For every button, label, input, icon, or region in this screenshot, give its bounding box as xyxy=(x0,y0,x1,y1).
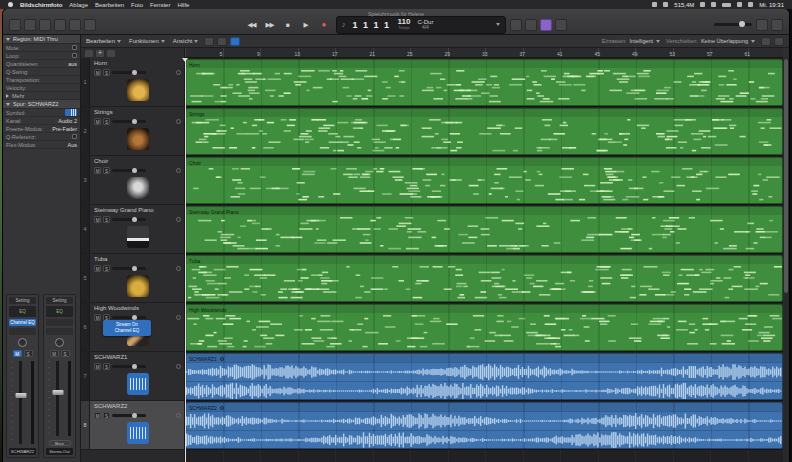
tuner-icon[interactable] xyxy=(525,19,537,31)
inspector-row-q-swing-[interactable]: Q-Swing: xyxy=(3,68,80,76)
track-volume-slider[interactable] xyxy=(112,267,146,270)
master-volume-slider[interactable] xyxy=(714,23,752,26)
metronome-icon[interactable] xyxy=(555,19,567,31)
inspector-row-velocity-[interactable]: Velocity: xyxy=(3,84,80,92)
pencil-tool-icon[interactable] xyxy=(217,37,227,46)
track-volume-slider[interactable] xyxy=(112,316,146,319)
inspector-row-quantisieren-[interactable]: Quantisieren:aus xyxy=(3,60,80,68)
eq-thumbnail[interactable]: EQ xyxy=(9,306,36,317)
track-lane-schwarz1[interactable]: SCHWARZ1 xyxy=(185,352,783,401)
slider-knob[interactable] xyxy=(132,217,137,222)
lcd-time-signature[interactable]: 4/4 xyxy=(422,25,429,30)
track-volume-slider[interactable] xyxy=(112,365,146,368)
pan-knob[interactable] xyxy=(18,338,27,347)
rewind-button[interactable]: ◀◀ xyxy=(244,18,260,32)
menu-ablage[interactable]: Ablage xyxy=(69,2,88,8)
slider-knob[interactable] xyxy=(132,364,137,369)
lcd-display[interactable]: ♪ 1 1 1 1 110 Tempo C-Dur 4/4 xyxy=(336,16,506,34)
lcd-position[interactable]: 1 1 1 1 xyxy=(353,20,391,30)
menu-fenster[interactable]: Fenster xyxy=(150,2,170,8)
track-solo-button[interactable]: S xyxy=(103,363,110,370)
track-mute-button[interactable]: M xyxy=(94,167,101,174)
checkbox[interactable] xyxy=(72,134,77,139)
setting-slot[interactable]: Setting xyxy=(46,297,73,304)
menu-hilfe[interactable]: Hilfe xyxy=(177,2,189,8)
timeline-ruler[interactable]: 5913172125293337414549535761 xyxy=(185,48,783,58)
playhead[interactable] xyxy=(185,58,186,462)
lcd-dropdown-icon[interactable] xyxy=(496,23,500,26)
track-solo-button[interactable]: S xyxy=(103,412,110,419)
list-editors-icon[interactable] xyxy=(756,19,768,31)
track-lane-schwarz2[interactable]: SCHWARZ2 xyxy=(185,401,783,450)
menubar-app-name[interactable]: Bildschirmfoto xyxy=(20,2,62,8)
scrollbar-thumb[interactable] xyxy=(784,59,788,293)
bounce-button[interactable]: Bnce xyxy=(49,440,71,446)
record-enable-button[interactable] xyxy=(176,266,181,271)
drag-mode-button[interactable]: Verschieben: Keine Überlappung xyxy=(666,38,755,44)
inspector-row-transposition-[interactable]: Transposition: xyxy=(3,76,80,84)
snap-mode-button[interactable]: Einrasten: Intelligent xyxy=(602,38,660,44)
editors-icon[interactable] xyxy=(69,19,81,31)
solo-button[interactable]: S xyxy=(61,350,70,357)
track-mute-button[interactable]: M xyxy=(94,363,101,370)
inspector-row-mute-[interactable]: Mute: xyxy=(3,44,80,52)
vertical-scrollbar[interactable] xyxy=(783,58,789,462)
lcd-tempo[interactable]: 110 xyxy=(398,18,411,26)
vertical-zoom-icon[interactable] xyxy=(774,37,784,46)
track-lane-horn[interactable]: Horn xyxy=(185,58,783,107)
record-enable-button[interactable] xyxy=(176,364,181,369)
track-mute-button[interactable]: M xyxy=(94,412,101,419)
track-symbol-icon[interactable] xyxy=(65,109,77,116)
display-icon[interactable] xyxy=(652,2,657,7)
track-header-steinway-grand-piano[interactable]: 4Steinway Grand PianoMS xyxy=(81,205,184,254)
count-in-icon[interactable] xyxy=(540,19,552,31)
pointer-tool-icon[interactable] xyxy=(204,37,214,46)
volume-knob[interactable] xyxy=(739,21,745,27)
track-lane-strings[interactable]: Strings xyxy=(185,107,783,156)
midi-region-high-woodwinds[interactable]: High Woodwinds xyxy=(185,304,783,351)
menu-button-bearbeiten[interactable]: Bearbeiten xyxy=(86,38,121,44)
track-lane-steinway-grand-piano[interactable]: Steinway Grand Piano xyxy=(185,205,783,254)
record-enable-button[interactable] xyxy=(176,217,181,222)
menu-button-ansicht[interactable]: Ansicht xyxy=(173,38,199,44)
slider-knob[interactable] xyxy=(132,168,137,173)
empty-insert-slot[interactable] xyxy=(46,328,73,335)
smart-controls-icon[interactable] xyxy=(84,19,96,31)
track-volume-slider[interactable] xyxy=(112,71,146,74)
track-lane-high-woodwinds[interactable]: High Woodwinds xyxy=(185,303,783,352)
volume-fader[interactable] xyxy=(51,361,64,436)
control-center-icon[interactable] xyxy=(748,2,753,7)
inspector-icon[interactable] xyxy=(39,19,51,31)
record-button[interactable]: ● xyxy=(316,18,332,32)
battery-icon[interactable] xyxy=(722,3,731,7)
cycle-icon[interactable] xyxy=(510,19,522,31)
track-lane-choir[interactable]: Choir xyxy=(185,156,783,205)
track-solo-button[interactable]: S xyxy=(103,216,110,223)
bluetooth-icon[interactable] xyxy=(700,2,705,7)
forward-button[interactable]: ▶▶ xyxy=(262,18,278,32)
midi-region-steinway-grand-piano[interactable]: Steinway Grand Piano xyxy=(185,206,783,253)
track-mute-button[interactable]: M xyxy=(94,118,101,125)
play-button[interactable]: ▶ xyxy=(298,18,314,32)
screen-mode-icon[interactable] xyxy=(9,19,21,31)
eq-thumbnail[interactable]: EQ xyxy=(46,306,73,317)
track-solo-button[interactable]: S xyxy=(103,265,110,272)
track-lane-tuba[interactable]: Tuba xyxy=(185,254,783,303)
empty-insert-slot[interactable] xyxy=(46,319,73,326)
fader-knob[interactable] xyxy=(52,390,63,395)
control-bar-config-icon[interactable] xyxy=(771,19,783,31)
fader-knob[interactable] xyxy=(15,393,26,398)
more-disclosure[interactable]: Mehr xyxy=(3,92,80,100)
menu-button-funktionen[interactable]: Funktionen xyxy=(129,38,165,44)
midi-region-tuba[interactable]: Tuba xyxy=(185,255,783,302)
midi-region-horn[interactable]: Horn xyxy=(185,59,783,106)
track-header-strings[interactable]: 2StringsMS xyxy=(81,107,184,156)
track-solo-button[interactable]: S xyxy=(103,167,110,174)
track-volume-slider[interactable] xyxy=(112,169,146,172)
slider-knob[interactable] xyxy=(132,413,137,418)
track-volume-slider[interactable] xyxy=(112,414,146,417)
browser-icon[interactable] xyxy=(24,19,36,31)
checkbox[interactable] xyxy=(72,53,77,58)
track-volume-slider[interactable] xyxy=(112,120,146,123)
inspector-row-q-referenz-[interactable]: Q-Referenz: xyxy=(3,133,80,141)
